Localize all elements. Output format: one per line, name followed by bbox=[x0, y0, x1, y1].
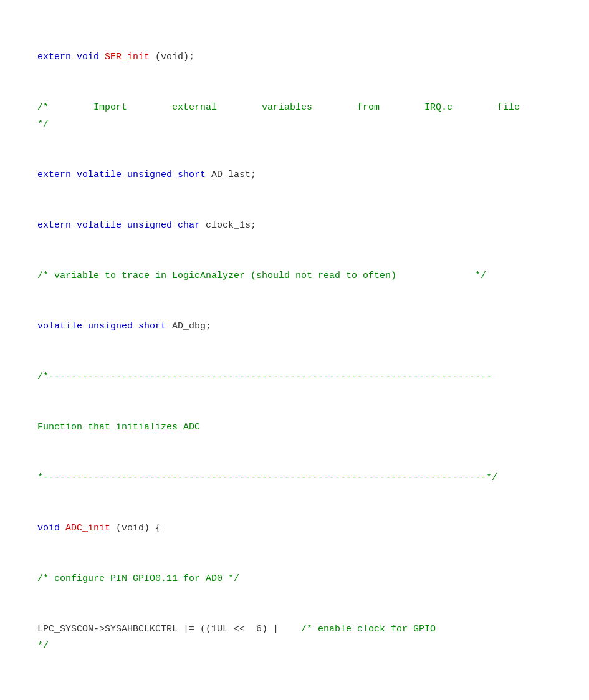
code-text: extern void SER_init (void); bbox=[37, 52, 194, 62]
keyword-extern-volatile-char: extern volatile unsigned char bbox=[37, 220, 206, 231]
blank-line bbox=[37, 245, 552, 256]
code-text: extern volatile unsigned short AD_last; bbox=[37, 170, 256, 180]
code-container: extern void SER_init (void); /* Import e… bbox=[0, 25, 589, 678]
separator-bottom-text: *---------------------------------------… bbox=[37, 472, 497, 483]
code-text: volatile unsigned short AD_dbg; bbox=[37, 321, 211, 332]
comment-close-2: */ bbox=[37, 641, 49, 651]
function-ser-init: SER_init bbox=[105, 52, 150, 62]
code-line-ad-last: extern volatile unsigned short AD_last; bbox=[37, 166, 552, 183]
separator-top-text: /*--------------------------------------… bbox=[37, 372, 492, 382]
var-clock-1s: clock_1s; bbox=[206, 220, 256, 231]
blank-line bbox=[37, 194, 552, 206]
macro-lpc: LPC_SYSCON->SYSAHBCLKCTRL |= ((1UL << 6)… bbox=[37, 624, 301, 635]
punct-paren: (void); bbox=[150, 52, 194, 62]
code-line-lpc-syscon: LPC_SYSCON->SYSAHBCLKCTRL |= ((1UL << 6)… bbox=[37, 621, 552, 654]
code-comment-configure-pin: /* configure PIN GPIO0.11 for AD0 */ bbox=[37, 570, 552, 587]
blank-line bbox=[37, 497, 552, 509]
code-text: extern volatile unsigned char clock_1s; bbox=[37, 220, 256, 231]
code-line-adc-init: void ADC_init (void) { bbox=[37, 520, 552, 537]
punct-brace: (void) { bbox=[110, 523, 161, 534]
var-ad-dbg: AD_dbg; bbox=[172, 321, 211, 332]
blank-line bbox=[37, 346, 552, 357]
comment-inline: /* enable clock for GPIO bbox=[301, 624, 436, 635]
code-line-1: extern void SER_init (void); bbox=[37, 49, 552, 65]
keyword-void: void bbox=[37, 523, 65, 534]
comment-text: /* Import external variables from IRQ.c … bbox=[37, 102, 520, 113]
keyword-volatile: volatile unsigned short bbox=[37, 321, 172, 332]
code-comment-import: /* Import external variables from IRQ.c … bbox=[37, 99, 552, 133]
function-adc-init: ADC_init bbox=[65, 523, 110, 534]
code-comment-function-desc: Function that initializes ADC bbox=[37, 419, 552, 436]
blank-line bbox=[37, 396, 552, 408]
code-text: LPC_SYSCON->SYSAHBCLKCTRL |= ((1UL << 6)… bbox=[37, 624, 436, 635]
blank-line bbox=[37, 295, 552, 307]
keyword-extern-volatile: extern volatile unsigned short bbox=[37, 170, 211, 180]
code-text: void ADC_init (void) { bbox=[37, 523, 161, 534]
blank-line bbox=[37, 144, 552, 155]
keyword-extern: extern void bbox=[37, 52, 105, 62]
var-ad-last: AD_last; bbox=[211, 170, 256, 180]
code-line-clock-1s: extern volatile unsigned char clock_1s; bbox=[37, 217, 552, 234]
blank-line bbox=[37, 77, 552, 88]
code-line-ad-dbg: volatile unsigned short AD_dbg; bbox=[37, 318, 552, 335]
comment-configure-pin-text: /* configure PIN GPIO0.11 for AD0 */ bbox=[37, 573, 239, 584]
comment-trace-text: /* variable to trace in LogicAnalyzer (s… bbox=[37, 271, 486, 281]
code-comment-separator-bottom: *---------------------------------------… bbox=[37, 469, 552, 486]
code-comment-separator-top: /*--------------------------------------… bbox=[37, 368, 552, 385]
blank-line bbox=[37, 548, 552, 559]
blank-line bbox=[37, 598, 552, 610]
blank-line bbox=[37, 447, 552, 458]
comment-close: */ bbox=[37, 119, 49, 130]
function-desc-text: Function that initializes ADC bbox=[37, 422, 200, 433]
code-comment-trace: /* variable to trace in LogicAnalyzer (s… bbox=[37, 267, 552, 284]
